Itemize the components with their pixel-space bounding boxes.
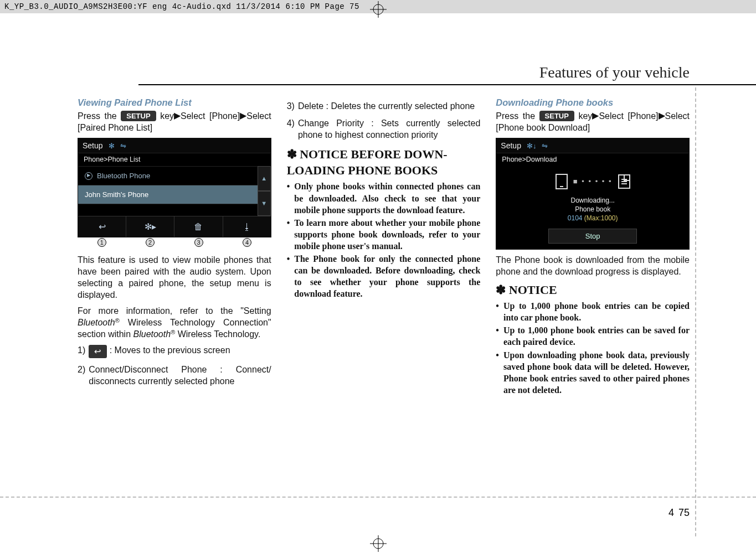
stop-button[interactable]: Stop — [548, 229, 637, 244]
col2-notice-title: ✽ NOTICE BEFORE DOWN-LOADING PHONE BOOKS — [287, 146, 481, 178]
col2-bullet-3: •The Phone book for only the connected p… — [287, 253, 481, 299]
col1-heading: Viewing Paired Phone List — [78, 97, 271, 109]
download-text: Downloading... Phone book 0104 (Max:1000… — [496, 196, 689, 223]
scroll-up-icon[interactable]: ▲ — [258, 166, 271, 191]
phone-row-empty — [78, 204, 258, 216]
list-item-2: 2) Connect/Disconnect Phone : Connect/ d… — [78, 364, 271, 387]
col3-heading: Downloading Phone books — [496, 97, 690, 109]
list-item-3: 3)Delete : Deletes the currently selecte… — [287, 100, 481, 112]
phone-list-screenshot: Setup ✻ ⇋ Phone>Phone List ▶Bluetooth Ph… — [78, 138, 271, 237]
shot1-breadcrumb: Phone>Phone List — [78, 153, 271, 166]
col2-bullets: •Only phone books within connected phone… — [287, 180, 481, 299]
shot1-footer: ↩ ✻▸ 🗑 ⭳ — [78, 216, 271, 237]
document-icon — [618, 174, 630, 189]
column-2: 3)Delete : Deletes the currently selecte… — [287, 97, 481, 399]
bluetooth-download-icon: ✻↓ — [527, 141, 537, 151]
carlink-icon: ⇋ — [542, 141, 548, 151]
shot1-title: Setup — [83, 141, 103, 151]
phone-device-icon — [556, 174, 568, 189]
carlink-icon: ⇋ — [120, 141, 126, 151]
play-icon: ▶ — [85, 172, 92, 180]
setup-key-pill: SETUP — [539, 111, 574, 121]
phone-row-2-selected[interactable]: John Smith's Phone — [78, 185, 258, 204]
content-columns: Viewing Paired Phone List Press the SETU… — [78, 97, 690, 399]
download-body: ■ • • • • • Downloading... Phone book 01… — [496, 166, 689, 249]
phone-row-1[interactable]: ▶Bluetooth Phone — [78, 166, 258, 185]
page-number: 475 — [668, 507, 690, 519]
scroll-down-icon[interactable]: ▼ — [258, 191, 271, 216]
section-title: Features of your vehicle — [539, 64, 690, 81]
scroll-bar[interactable]: ▲ ▼ — [258, 166, 271, 216]
col1-numlist: 1) ↩ : Moves to the previous screen 2) C… — [78, 344, 271, 387]
footer-connect-icon[interactable]: ✻▸ — [126, 216, 174, 237]
download-screenshot: Setup ✻↓ ⇋ Phone>Download ■ • • • • • Do… — [496, 138, 690, 250]
footer-priority-icon[interactable]: ⭳ — [223, 216, 271, 237]
crop-guide-horizontal — [0, 497, 756, 498]
footer-back-icon[interactable]: ↩ — [78, 216, 126, 237]
registration-mark-bottom — [370, 535, 387, 552]
col3-bullet-2: •Up to 1,000 phone book entries can be s… — [496, 324, 690, 348]
col3-para1: The Phone book is downloaded from the mo… — [496, 254, 690, 277]
col1-para2: For more information, refer to the "Sett… — [78, 305, 271, 340]
setup-key-pill: SETUP — [121, 111, 156, 121]
progress-dots-icon: ■ • • • • • — [573, 177, 613, 186]
horizontal-rule — [138, 84, 756, 85]
col3-bullet-3: •Upon downloading phone book data, previ… — [496, 349, 690, 396]
col2-bullet-1: •Only phone books within connected phone… — [287, 180, 481, 215]
footer-circle-labels: 1 2 3 4 — [78, 237, 271, 247]
list-item-4: 4)Change Priority : Sets currently selec… — [287, 117, 481, 141]
back-arrow-icon: ↩ — [89, 345, 107, 358]
col3-intro: Press the SETUP key▶Select [Phone]▶Selec… — [496, 110, 690, 133]
col2-bullet-2: •To learn more about whether your mobile… — [287, 217, 481, 252]
col1-intro: Press the SETUP key▶Select [Phone]▶Selec… — [78, 110, 271, 133]
shot2-title: Setup — [501, 141, 521, 151]
column-3: Downloading Phone books Press the SETUP … — [496, 97, 690, 399]
list-item-1: 1) ↩ : Moves to the previous screen — [78, 344, 271, 358]
col1-para1: This feature is used to view mobile phon… — [78, 254, 271, 301]
col2-numlist: 3)Delete : Deletes the currently selecte… — [287, 100, 481, 141]
col3-bullet-1: •Up to 1,000 phone book entries can be c… — [496, 300, 690, 323]
col3-notice-title: ✽ NOTICE — [496, 282, 690, 298]
footer-delete-icon[interactable]: 🗑 — [174, 216, 223, 237]
shot2-breadcrumb: Phone>Download — [496, 153, 689, 166]
column-1: Viewing Paired Phone List Press the SETU… — [78, 97, 271, 399]
registration-mark-top — [370, 1, 387, 18]
col3-bullets: •Up to 1,000 phone book entries can be c… — [496, 300, 690, 396]
bluetooth-icon: ✻ — [109, 141, 115, 151]
crop-guide-vertical — [695, 87, 696, 536]
